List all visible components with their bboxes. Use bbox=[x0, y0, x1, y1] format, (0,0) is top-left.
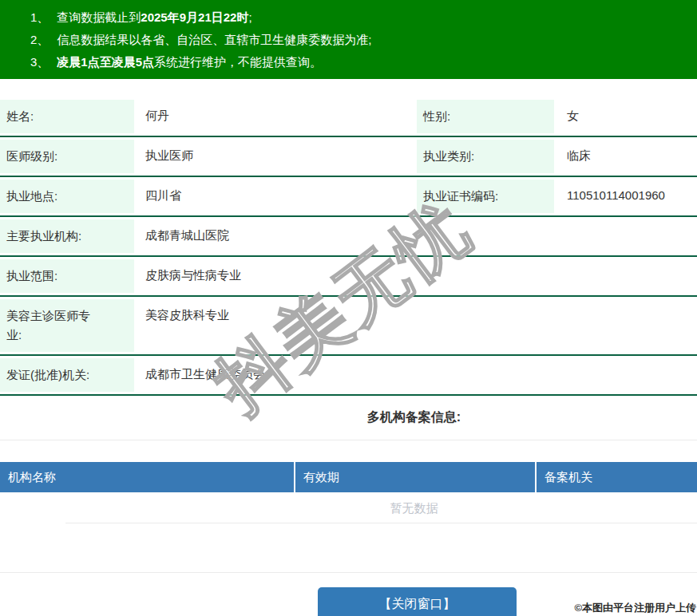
table-row: 执业地点: 四川省 执业证书编码: 110510114001960 bbox=[0, 177, 697, 217]
notice-text: 系统进行维护，不能提供查询。 bbox=[154, 55, 322, 69]
field-value-name: 何丹 bbox=[134, 97, 417, 136]
field-label-issuing-authority: 发证(批准)机关: bbox=[0, 358, 134, 392]
field-value-gender: 女 bbox=[554, 97, 697, 136]
notice-number: 2、 bbox=[30, 33, 49, 46]
field-value-cosmetic-specialty: 美容皮肤科专业 bbox=[134, 297, 697, 354]
table-row: 执业范围: 皮肤病与性病专业 bbox=[0, 257, 697, 297]
field-label-main-institution: 主要执业机构: bbox=[0, 219, 134, 253]
notice-line-2: 2、信息数据结果以各省、自治区、直辖市卫生健康委数据为准; bbox=[30, 29, 689, 51]
multi-org-section-title: 多机构备案信息: bbox=[65, 409, 697, 426]
field-value-certificate-number: 110510114001960 bbox=[554, 177, 697, 215]
notice-number: 1、 bbox=[30, 10, 49, 24]
license-query-result-page: 1、查询数据截止到2025年9月21日22时; 2、信息数据结果以各省、自治区、… bbox=[0, 0, 697, 616]
close-window-button[interactable]: 【关闭窗口】 bbox=[318, 587, 517, 616]
column-header-institution-name: 机构名称 bbox=[0, 462, 294, 492]
field-label-practice-scope: 执业范围: bbox=[0, 259, 134, 293]
notice-text: 查询数据截止到 bbox=[57, 10, 141, 24]
copyright-stamp: ©本图由平台注册用户上传 bbox=[574, 601, 696, 615]
notice-text: ; bbox=[248, 10, 251, 24]
notice-line-3: 3、凌晨1点至凌晨5点系统进行维护，不能提供查询。 bbox=[30, 51, 689, 73]
column-header-validity-period: 有效期 bbox=[295, 462, 535, 492]
field-value-doctor-level: 执业医师 bbox=[134, 137, 417, 176]
field-value-practice-category: 临床 bbox=[554, 137, 697, 176]
doctor-details-table: 姓名: 何丹 性别: 女 医师级别: 执业医师 执业类别: 临床 执业地点: 四… bbox=[0, 97, 697, 396]
notice-text-bold: 凌晨1点至凌晨5点 bbox=[57, 55, 154, 69]
field-value-issuing-authority: 成都市卫生健康委员会 bbox=[134, 356, 697, 394]
notice-text-bold: 2025年9月21日22时 bbox=[141, 10, 248, 24]
column-header-record-authority: 备案机关 bbox=[537, 462, 697, 492]
notice-banner: 1、查询数据截止到2025年9月21日22时; 2、信息数据结果以各省、自治区、… bbox=[0, 0, 697, 79]
footer-divider bbox=[0, 572, 697, 573]
field-value-practice-scope: 皮肤病与性病专业 bbox=[134, 257, 697, 295]
field-value-practice-location: 四川省 bbox=[134, 177, 417, 215]
field-label-practice-location: 执业地点: bbox=[0, 180, 134, 213]
notice-text: 信息数据结果以各省、自治区、直辖市卫生健康委数据为准; bbox=[57, 33, 371, 46]
notice-line-1: 1、查询数据截止到2025年9月21日22时; bbox=[30, 6, 689, 29]
field-label-practice-category: 执业类别: bbox=[417, 140, 554, 173]
table-row: 医师级别: 执业医师 执业类别: 临床 bbox=[0, 137, 697, 177]
field-label-name: 姓名: bbox=[0, 100, 134, 133]
empty-data-placeholder: 暂无数据 bbox=[65, 492, 697, 523]
table-row: 发证(批准)机关: 成都市卫生健康委员会 bbox=[0, 356, 697, 396]
table-row: 美容主诊医师专业: 美容皮肤科专业 bbox=[0, 297, 697, 356]
table-row: 主要执业机构: 成都青城山医院 bbox=[0, 217, 697, 257]
field-label-certificate-number: 执业证书编码: bbox=[417, 180, 554, 213]
field-label-cosmetic-specialty: 美容主诊医师专业: bbox=[0, 299, 134, 352]
notice-number: 3、 bbox=[30, 55, 49, 69]
multi-org-table-header: 机构名称 有效期 备案机关 bbox=[0, 462, 697, 492]
field-label-doctor-level: 医师级别: bbox=[0, 140, 134, 173]
table-row: 姓名: 何丹 性别: 女 bbox=[0, 97, 697, 137]
field-value-main-institution: 成都青城山医院 bbox=[134, 217, 697, 255]
divider bbox=[0, 440, 697, 440]
field-label-gender: 性别: bbox=[417, 100, 554, 133]
